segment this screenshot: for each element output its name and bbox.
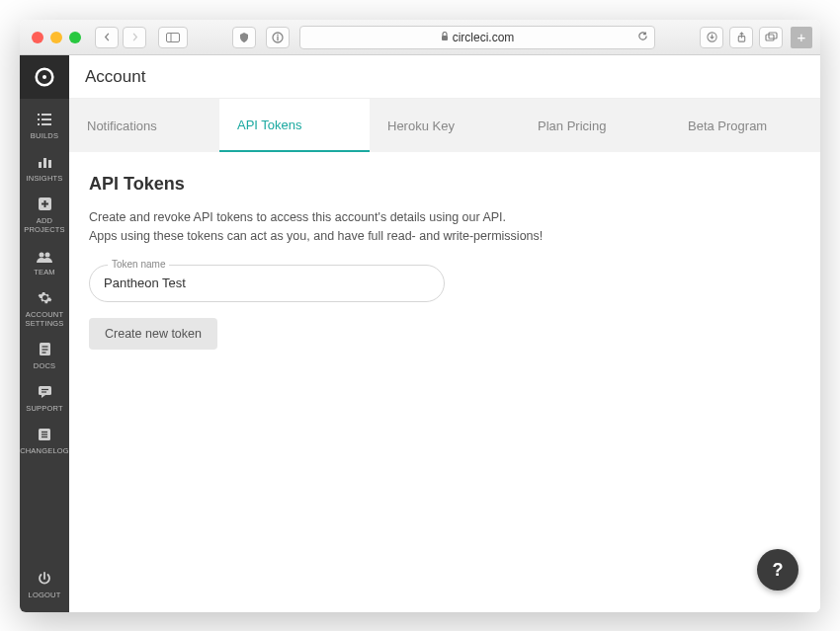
sidebar-toggle-button[interactable] [158, 27, 188, 48]
titlebar: circleci.com + [20, 20, 820, 55]
sidebar-item-team[interactable]: TEAM [20, 241, 69, 283]
downloads-button[interactable] [700, 27, 723, 48]
tab-label: Notifications [87, 118, 157, 133]
sidebar-item-builds[interactable]: BUILDS [20, 105, 69, 147]
app-container: BUILDS INSIGHTS ADD PROJECTS TEAM [20, 55, 820, 612]
sidebar-item-logout[interactable]: LOGOUT [20, 564, 69, 612]
svg-rect-9 [769, 33, 777, 39]
sidebar-item-label: LOGOUT [29, 592, 61, 600]
sidebar-item-label: ADD PROJECTS [24, 217, 65, 234]
tab-label: Heroku Key [387, 118, 455, 133]
page-title: Account [69, 55, 820, 99]
tab-label: API Tokens [237, 118, 302, 132]
chat-icon [38, 385, 52, 402]
field-label: Token name [108, 259, 169, 270]
svg-point-11 [42, 75, 46, 79]
chart-icon [37, 155, 52, 172]
brand-logo[interactable] [20, 55, 69, 99]
document-icon [39, 342, 51, 359]
tab-heroku-key[interactable]: Heroku Key [370, 99, 520, 152]
sidebar-item-label: BUILDS [31, 132, 58, 141]
tab-plan-pricing[interactable]: Plan Pricing [520, 99, 670, 152]
share-button[interactable] [729, 27, 753, 48]
url-text: circleci.com [453, 31, 515, 44]
tabs-button[interactable] [759, 27, 783, 48]
svg-rect-20 [48, 160, 51, 168]
sidebar-item-label: TEAM [34, 269, 55, 277]
create-token-button[interactable]: Create new token [89, 318, 217, 350]
address-bar[interactable]: circleci.com [299, 26, 655, 49]
svg-point-25 [45, 252, 50, 257]
section-title: API Tokens [89, 174, 800, 195]
help-fab[interactable]: ? [757, 549, 798, 591]
sidebar-item-docs[interactable]: DOCS [20, 334, 69, 377]
svg-rect-18 [39, 162, 42, 168]
forward-button[interactable] [123, 27, 146, 48]
back-button[interactable] [95, 27, 119, 48]
desc-line-2: Apps using these tokens can act as you, … [89, 229, 543, 243]
traffic-lights [32, 32, 81, 43]
sidebar-item-label: CHANGELOG [20, 447, 69, 456]
token-name-input[interactable] [104, 276, 430, 290]
circleci-logo-icon [35, 67, 54, 87]
svg-point-24 [40, 252, 44, 257]
sidebar-item-insights[interactable]: INSIGHTS [20, 147, 69, 190]
svg-rect-5 [442, 36, 448, 40]
team-icon [36, 249, 53, 266]
sidebar-item-label: INSIGHTS [26, 175, 62, 184]
sidebar-item-support[interactable]: SUPPORT [20, 377, 69, 420]
browser-window: circleci.com + [20, 20, 820, 612]
desc-line-1: Create and revoke API tokens to access t… [89, 210, 506, 224]
main-content: Account Notifications API Tokens Heroku … [69, 55, 820, 612]
lock-icon [441, 32, 449, 43]
sidebar-item-label: ACCOUNT SETTINGS [25, 311, 63, 328]
new-tab-button[interactable]: + [791, 27, 812, 48]
site-settings-button[interactable] [266, 27, 290, 48]
tab-content: API Tokens Create and revoke API tokens … [69, 152, 820, 371]
sidebar-item-label: SUPPORT [26, 405, 63, 414]
close-window-button[interactable] [32, 32, 43, 43]
tab-notifications[interactable]: Notifications [69, 99, 219, 152]
svg-rect-30 [39, 386, 51, 395]
sidebar-item-account-settings[interactable]: ACCOUNT SETTINGS [20, 282, 69, 334]
changelog-icon [38, 428, 51, 444]
sidebar-item-label: DOCS [34, 362, 55, 371]
minimize-window-button[interactable] [50, 32, 62, 43]
plus-square-icon [38, 197, 52, 214]
sidebar: BUILDS INSIGHTS ADD PROJECTS TEAM [20, 55, 69, 612]
list-icon [37, 113, 52, 129]
maximize-window-button[interactable] [69, 32, 81, 43]
svg-rect-19 [43, 158, 46, 168]
refresh-icon[interactable] [637, 31, 648, 44]
tab-label: Beta Program [688, 118, 767, 133]
power-icon [38, 572, 51, 589]
tab-api-tokens[interactable]: API Tokens [219, 99, 370, 152]
privacy-report-button[interactable] [232, 27, 256, 48]
sidebar-item-changelog[interactable]: CHANGELOG [20, 420, 69, 462]
tab-label: Plan Pricing [538, 118, 606, 133]
section-description: Create and revoke API tokens to access t… [89, 208, 800, 247]
token-name-field: Token name [89, 265, 445, 302]
tab-beta-program[interactable]: Beta Program [670, 99, 820, 152]
gear-icon [38, 290, 52, 308]
address-zone: circleci.com [204, 26, 684, 49]
tabs: Notifications API Tokens Heroku Key Plan… [69, 99, 820, 152]
svg-rect-8 [766, 35, 774, 40]
svg-rect-0 [167, 33, 180, 41]
sidebar-item-add-projects[interactable]: ADD PROJECTS [20, 189, 69, 240]
